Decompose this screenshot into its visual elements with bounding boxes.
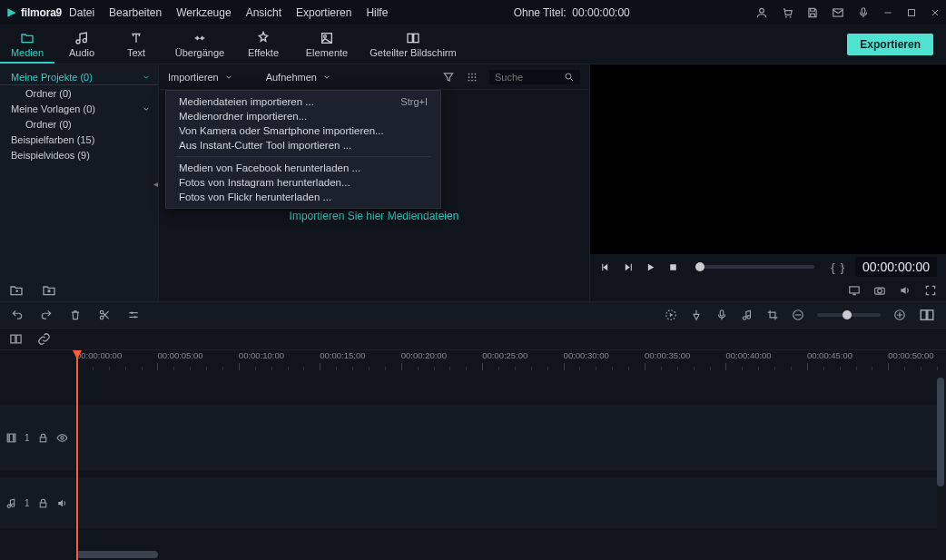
grid-view-icon[interactable] xyxy=(466,71,478,84)
menu-edit[interactable]: Bearbeiten xyxy=(109,6,162,19)
tool-tab-row: Medien Audio Text Übergänge Effekte Elem… xyxy=(0,25,946,64)
redo-icon[interactable] xyxy=(40,309,53,321)
text-icon xyxy=(129,31,143,45)
filter-icon[interactable] xyxy=(442,71,455,84)
prev-frame-icon[interactable] xyxy=(599,261,611,273)
tab-splitscreen[interactable]: Geteilter Bildschirm xyxy=(363,25,463,64)
preview-progress[interactable] xyxy=(695,265,814,269)
undo-icon[interactable] xyxy=(11,309,24,321)
cart-icon[interactable] xyxy=(781,6,793,19)
chevron-down-icon xyxy=(142,73,151,82)
mark-out-icon[interactable]: } xyxy=(841,260,844,274)
audio-track[interactable]: 1 xyxy=(0,477,937,528)
menu-file[interactable]: Datei xyxy=(69,6,94,19)
crop-icon[interactable] xyxy=(766,309,779,321)
maximize-icon[interactable] xyxy=(906,7,917,18)
preview-controls-2 xyxy=(590,280,946,301)
timeline-scroll-h[interactable] xyxy=(76,551,158,558)
dropzone-label[interactable]: Importieren Sie hier Mediendateien xyxy=(290,210,459,222)
zoom-thumb[interactable] xyxy=(843,310,852,319)
sidebar-item-folder-2[interactable]: Ordner (0) xyxy=(0,116,158,132)
ctx-download-instagram[interactable]: Fotos von Instagram herunterladen... xyxy=(166,175,440,190)
sidebar-item-sample-videos[interactable]: Beispielvideos (9) xyxy=(0,147,158,162)
tab-media[interactable]: Medien xyxy=(0,25,54,64)
ctx-import-instantcutter[interactable]: Aus Instant-Cutter Tool importieren ... xyxy=(166,138,440,152)
menu-view[interactable]: Ansicht xyxy=(246,6,281,19)
progress-thumb[interactable] xyxy=(695,262,705,271)
track-manager-icon[interactable] xyxy=(9,332,23,346)
search-input-wrap[interactable] xyxy=(489,70,580,84)
display-icon[interactable] xyxy=(848,284,861,297)
mic-icon[interactable] xyxy=(857,6,870,19)
playhead[interactable] xyxy=(76,350,78,560)
import-dropdown[interactable]: Importieren xyxy=(168,72,233,83)
zoom-out-icon[interactable] xyxy=(792,309,804,321)
zoom-slider[interactable] xyxy=(817,313,881,317)
link-icon[interactable] xyxy=(37,332,51,346)
render-icon[interactable] xyxy=(665,309,677,321)
eye-icon[interactable] xyxy=(56,432,68,444)
preview-canvas[interactable] xyxy=(590,64,946,254)
new-folder-icon[interactable] xyxy=(9,283,24,298)
split-icon[interactable] xyxy=(98,309,111,321)
tab-effects[interactable]: Effekte xyxy=(236,25,291,64)
minimize-icon[interactable] xyxy=(882,7,893,18)
fullscreen-icon[interactable] xyxy=(924,284,937,297)
ruler-mark: 00:00:05:00 xyxy=(157,350,202,360)
volume-icon[interactable] xyxy=(899,284,912,297)
timeline-ruler[interactable]: 00:00:00:0000:00:05:0000:00:10:0000:00:1… xyxy=(76,350,937,372)
mark-in-icon[interactable]: { xyxy=(831,260,834,274)
sidebar-item-folder-1[interactable]: Ordner (0) xyxy=(0,85,158,101)
snapshot-icon[interactable] xyxy=(873,284,886,297)
delete-folder-icon[interactable] xyxy=(42,283,56,298)
lock-icon[interactable] xyxy=(37,432,49,444)
timeline-scroll-v[interactable] xyxy=(937,378,944,486)
menu-help[interactable]: Hilfe xyxy=(366,6,388,19)
ctx-import-files[interactable]: Mediendateien importieren ...Strg+I xyxy=(166,94,440,109)
ruler-mark: 00:00:50:00 xyxy=(888,350,933,360)
search-input[interactable] xyxy=(495,72,558,83)
menu-tools[interactable]: Werkzeuge xyxy=(176,6,231,19)
tab-text[interactable]: Text xyxy=(109,25,163,64)
tab-audio[interactable]: Audio xyxy=(54,25,109,64)
step-forward-icon[interactable] xyxy=(622,261,634,273)
ruler-mark: 00:00:30:00 xyxy=(564,350,609,360)
logo-icon xyxy=(5,6,18,19)
audio-mixer-icon[interactable] xyxy=(741,309,754,321)
close-icon[interactable] xyxy=(930,7,941,18)
mail-icon[interactable] xyxy=(832,6,844,19)
play-icon[interactable] xyxy=(645,261,656,273)
stop-icon[interactable] xyxy=(667,261,679,273)
ctx-import-folder[interactable]: Medienordner importieren... xyxy=(166,109,440,123)
save-icon[interactable] xyxy=(806,6,819,19)
sidebar-item-my-projects[interactable]: Meine Projekte (0) xyxy=(0,70,158,85)
marker-icon[interactable] xyxy=(690,309,703,321)
record-vo-icon[interactable] xyxy=(715,309,728,321)
preview-panel: {} 00:00:00:00 xyxy=(590,64,946,301)
video-track[interactable]: 1 xyxy=(0,405,937,470)
adjust-icon[interactable] xyxy=(127,309,140,321)
ctx-download-facebook[interactable]: Medien von Facebook herunterladen ... xyxy=(166,161,440,175)
account-icon[interactable] xyxy=(755,6,768,19)
track-link-bar xyxy=(0,329,946,350)
tab-transitions[interactable]: Übergänge xyxy=(163,25,236,64)
record-dropdown[interactable]: Aufnehmen xyxy=(266,72,331,83)
export-button[interactable]: Exportieren xyxy=(847,34,933,55)
lock-icon[interactable] xyxy=(37,497,49,509)
ruler-mark: 00:00:15:00 xyxy=(320,350,365,360)
ctx-separator xyxy=(175,156,431,157)
note-icon xyxy=(5,497,17,509)
ctx-import-camera[interactable]: Von Kamera oder Smartphone importieren..… xyxy=(166,123,440,138)
timeline-layout-icon[interactable] xyxy=(919,307,935,323)
delete-icon[interactable] xyxy=(69,309,82,321)
ruler-mark: 00:00:25:00 xyxy=(482,350,527,360)
tab-elements[interactable]: Elemente xyxy=(291,25,363,64)
sidebar-item-my-templates[interactable]: Meine Vorlagen (0) xyxy=(0,101,158,116)
sidebar-item-sample-colors[interactable]: Beispielfarben (15) xyxy=(0,132,158,147)
transitions-icon xyxy=(192,31,207,45)
menu-export[interactable]: Exportieren xyxy=(296,6,351,19)
ctx-download-flickr[interactable]: Fotos von Flickr herunterladen ... xyxy=(166,190,440,204)
zoom-in-icon[interactable] xyxy=(893,309,906,321)
volume-icon[interactable] xyxy=(56,497,68,509)
sidebar-collapse-handle[interactable]: ◂ xyxy=(153,178,158,188)
